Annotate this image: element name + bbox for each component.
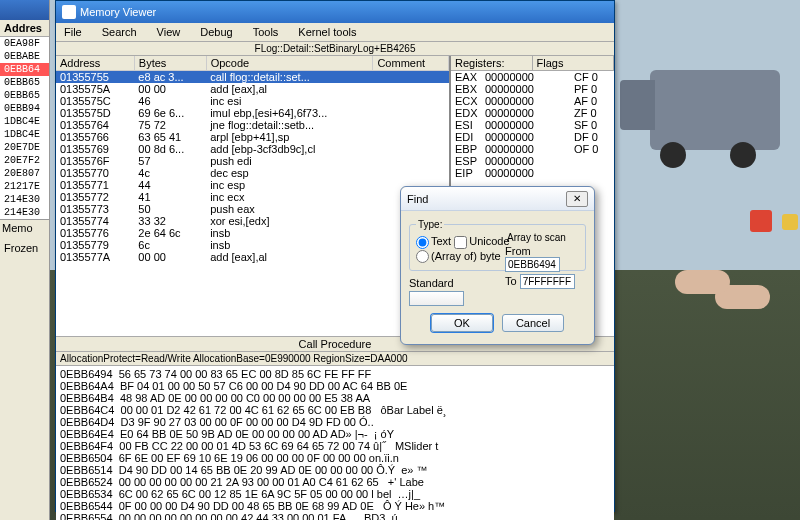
disasm-row[interactable]: 0135577350push eax bbox=[56, 203, 449, 215]
address-item[interactable]: 20E7DE bbox=[0, 141, 49, 154]
disassembly-pane[interactable]: Address Bytes Opcode Comment 01355755e8 … bbox=[56, 56, 449, 336]
left-titlebar[interactable] bbox=[0, 0, 49, 20]
menu-tools[interactable]: Tools bbox=[249, 25, 283, 39]
disasm-row[interactable]: 0135577241inc ecx bbox=[56, 191, 449, 203]
register-row: ESP00000000 bbox=[451, 155, 614, 167]
col-opcode[interactable]: Opcode bbox=[206, 56, 373, 71]
register-row: EDX00000000ZF 0 bbox=[451, 107, 614, 119]
hex-line[interactable]: 0EBB6504 6F 6E 00 EF 69 10 6E 19 06 00 0… bbox=[60, 452, 610, 464]
registers-header: Registers: bbox=[451, 56, 533, 70]
disasm-row[interactable]: 0135576F57push edi bbox=[56, 155, 449, 167]
register-row: EAX00000000CF 0 bbox=[451, 71, 614, 83]
address-item[interactable]: 214E30 bbox=[0, 206, 49, 219]
menu-search[interactable]: Search bbox=[98, 25, 141, 39]
menu-file[interactable]: File bbox=[60, 25, 86, 39]
col-address[interactable]: Address bbox=[56, 56, 134, 71]
disasm-row[interactable]: 0135577144inc esp bbox=[56, 179, 449, 191]
memo-tab[interactable]: Memo bbox=[0, 219, 49, 236]
from-input[interactable] bbox=[505, 257, 560, 272]
register-row: EBP00000000OF 0 bbox=[451, 143, 614, 155]
decor bbox=[675, 270, 730, 294]
hex-line[interactable]: 0EBB64A4 BF 04 01 00 00 50 57 C6 00 00 D… bbox=[60, 380, 610, 392]
hex-line[interactable]: 0EBB64C4 00 00 01 D2 42 61 72 00 4C 61 6… bbox=[60, 404, 610, 416]
find-title: Find bbox=[407, 193, 428, 205]
hex-line[interactable]: 0EBB6494 56 65 73 74 00 00 83 65 EC 00 8… bbox=[60, 368, 610, 380]
search-input[interactable] bbox=[409, 291, 464, 306]
register-row: ECX00000000AF 0 bbox=[451, 95, 614, 107]
left-panel: Addres 0EA98F0EBABE0EBB640EBB650EBB650EB… bbox=[0, 0, 50, 520]
col-bytes[interactable]: Bytes bbox=[134, 56, 206, 71]
yellow-block bbox=[782, 214, 798, 230]
hex-line[interactable]: 0EBB64E4 E0 64 BB 0E 50 9B AD 0E 00 00 0… bbox=[60, 428, 610, 440]
disasm-row[interactable]: 0135575C46inc esi bbox=[56, 95, 449, 107]
type-legend: Type: bbox=[416, 219, 444, 230]
titlebar[interactable]: Memory Viewer bbox=[56, 1, 614, 23]
hex-line[interactable]: 0EBB6514 D4 90 DD 00 14 65 BB 0E 20 99 A… bbox=[60, 464, 610, 476]
array-range: Array to scan From To bbox=[505, 232, 585, 291]
type-fieldset: Type: Text Unicode (Array of) byte Array… bbox=[409, 219, 586, 271]
close-icon[interactable]: ✕ bbox=[566, 191, 588, 207]
hex-dump-pane[interactable]: 0EBB6494 56 65 73 74 00 00 83 65 EC 00 8… bbox=[56, 366, 614, 520]
menu-debug[interactable]: Debug bbox=[196, 25, 236, 39]
address-item[interactable]: 214E30 bbox=[0, 193, 49, 206]
hex-line[interactable]: 0EBB64F4 00 FB CC 22 00 00 01 4D 53 6C 6… bbox=[60, 440, 610, 452]
hex-line[interactable]: 0EBB6544 0F 00 00 00 D4 90 DD 00 48 65 B… bbox=[60, 500, 610, 512]
address-header: Addres bbox=[0, 20, 49, 37]
ok-button[interactable]: OK bbox=[431, 314, 493, 332]
red-block bbox=[750, 210, 772, 232]
address-item[interactable]: 0EBB94 bbox=[0, 102, 49, 115]
disasm-row[interactable]: 0135576900 8d 6...add [ebp-3cf3db9c],cl bbox=[56, 143, 449, 155]
frozen-label: Frozen bbox=[0, 240, 49, 256]
address-item[interactable]: 21217E bbox=[0, 180, 49, 193]
disasm-row[interactable]: 013557762e 64 6cinsb bbox=[56, 227, 449, 239]
flags-header: Flags bbox=[533, 56, 615, 70]
allocation-bar: AllocationProtect=Read/Write AllocationB… bbox=[56, 352, 614, 366]
address-item[interactable]: 0EBB65 bbox=[0, 89, 49, 102]
address-item[interactable]: 0EBB64 bbox=[0, 63, 49, 76]
disasm-row[interactable]: 0135575D69 6e 6...imul ebp,[esi+64],6f73… bbox=[56, 107, 449, 119]
disasm-row[interactable]: 0135576663 65 41arpl [ebp+41],sp bbox=[56, 131, 449, 143]
menu-kernel tools[interactable]: Kernel tools bbox=[294, 25, 360, 39]
menu-view[interactable]: View bbox=[153, 25, 185, 39]
window-title: Memory Viewer bbox=[80, 6, 156, 18]
hex-line[interactable]: 0EBB6524 00 00 00 00 00 00 21 2A 93 00 0… bbox=[60, 476, 610, 488]
cancel-button[interactable]: Cancel bbox=[502, 314, 564, 332]
disasm-row[interactable]: 0135577433 32xor esi,[edx] bbox=[56, 215, 449, 227]
find-titlebar[interactable]: Find ✕ bbox=[401, 187, 594, 211]
disasm-row[interactable]: 0135577A00 00add [eax],al bbox=[56, 251, 449, 263]
register-row: EIP00000000 bbox=[451, 167, 614, 179]
address-item[interactable]: 1DBC4E bbox=[0, 128, 49, 141]
hex-line[interactable]: 0EBB64B4 48 98 AD 0E 00 00 00 00 C0 00 0… bbox=[60, 392, 610, 404]
address-list[interactable]: 0EA98F0EBABE0EBB640EBB650EBB650EBB941DBC… bbox=[0, 37, 49, 219]
address-item[interactable]: 0EBABE bbox=[0, 50, 49, 63]
register-row: EDI00000000DF 0 bbox=[451, 131, 614, 143]
disasm-row[interactable]: 01355755e8 ac 3...call flog::detail::set… bbox=[56, 71, 449, 84]
subtitle: FLog::Detail::SetBinaryLog+EB4265 bbox=[56, 42, 614, 56]
disasm-row[interactable]: 013557796cinsb bbox=[56, 239, 449, 251]
register-row: ESI00000000SF 0 bbox=[451, 119, 614, 131]
find-dialog: Find ✕ Type: Text Unicode (Array of) byt… bbox=[400, 186, 595, 345]
truck-graphic bbox=[650, 70, 780, 150]
disasm-row[interactable]: 013557704cdec esp bbox=[56, 167, 449, 179]
register-row: EBX00000000PF 0 bbox=[451, 83, 614, 95]
to-input[interactable] bbox=[520, 274, 575, 289]
address-item[interactable]: 20E7F2 bbox=[0, 154, 49, 167]
hex-line[interactable]: 0EBB64D4 D3 9F 90 27 03 00 00 0F 00 00 0… bbox=[60, 416, 610, 428]
disasm-row[interactable]: 0135575A00 00add [eax],al bbox=[56, 83, 449, 95]
app-icon bbox=[62, 5, 76, 19]
address-item[interactable]: 0EA98F bbox=[0, 37, 49, 50]
hex-line[interactable]: 0EBB6534 6C 00 62 65 6C 00 12 85 1E 6A 9… bbox=[60, 488, 610, 500]
disasm-row[interactable]: 0135576475 72jne flog::detail::setb... bbox=[56, 119, 449, 131]
address-item[interactable]: 0EBB65 bbox=[0, 76, 49, 89]
col-comment[interactable]: Comment bbox=[373, 56, 449, 71]
address-item[interactable]: 20E807 bbox=[0, 167, 49, 180]
unicode-check[interactable] bbox=[454, 236, 467, 249]
menubar[interactable]: FileSearchViewDebugToolsKernel tools bbox=[56, 23, 614, 42]
address-item[interactable]: 1DBC4E bbox=[0, 115, 49, 128]
hex-line[interactable]: 0EBB6554 00 00 00 00 00 00 00 00 42 44 3… bbox=[60, 512, 610, 520]
